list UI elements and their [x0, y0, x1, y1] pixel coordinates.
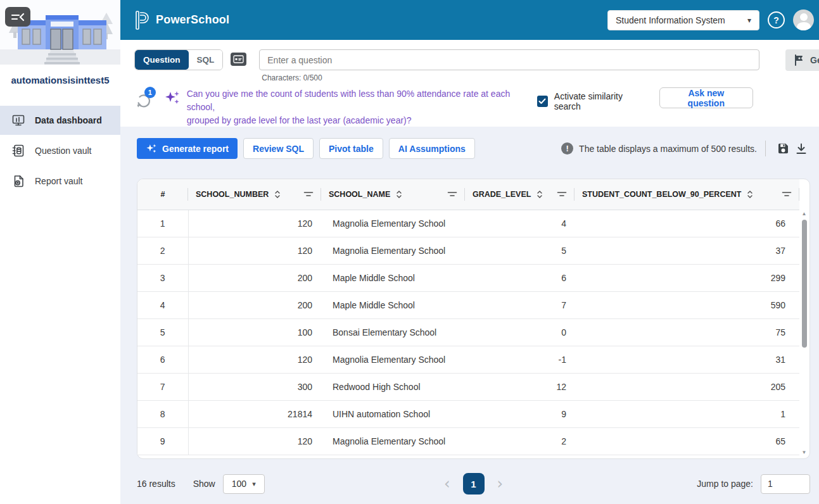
workspace-name: automationsisinttest5 [0, 75, 120, 85]
product-selector-value: Student Information System [616, 15, 747, 25]
table-row[interactable]: 3200Maple Middle School6299 [137, 264, 799, 291]
tab-sql[interactable]: SQL [189, 50, 223, 70]
table-row[interactable]: 2120Magnolia Elementary School537 [137, 237, 799, 264]
sort-icon[interactable] [274, 189, 281, 199]
column-header-school-name[interactable]: SCHOOL_NAME [321, 179, 465, 210]
question-input[interactable] [259, 49, 759, 70]
info-icon: ! [561, 142, 573, 154]
page-size-dropdown[interactable]: 100 ▾ [223, 474, 265, 494]
row-index-cell: 9 [137, 427, 188, 455]
generate-button[interactable]: Generate [785, 49, 819, 71]
table-row[interactable]: 1120Magnolia Elementary School466 [137, 210, 799, 237]
history-count-badge: 1 [144, 87, 156, 98]
school-name-cell: Magnolia Elementary School [321, 237, 465, 264]
ask-new-question-button[interactable]: Ask new question [659, 87, 753, 108]
example-questions-button[interactable] [231, 53, 246, 66]
similarity-search-checkbox[interactable] [537, 96, 548, 107]
filter-icon[interactable] [303, 191, 314, 198]
table-row[interactable]: 7300Redwood High School12205 [137, 373, 799, 400]
sidebar-item-data-dashboard[interactable]: Data dashboard [0, 106, 120, 135]
sidebar-item-label: Data dashboard [35, 115, 102, 125]
user-avatar[interactable] [793, 9, 814, 30]
table-row[interactable]: 6120Magnolia Elementary School-131 [137, 346, 799, 373]
school-number-cell: 300 [188, 373, 321, 400]
app-window: automationsisinttest5 Data dashboard [0, 0, 819, 504]
current-page-button[interactable]: 1 [463, 473, 485, 495]
school-number-cell: 120 [188, 237, 321, 264]
tab-question[interactable]: Question [135, 50, 189, 70]
results-section: Generate report Review SQL Pivot table A… [120, 127, 819, 504]
school-name-cell: Bonsai Elementary School [321, 318, 465, 346]
help-button[interactable]: ? [768, 11, 785, 28]
column-header-student-count[interactable]: STUDENT_COUNT_BELOW_90_PERCENT [575, 179, 799, 210]
school-name-cell: Magnolia Elementary School [321, 210, 465, 237]
row-index-cell: 7 [137, 373, 188, 400]
school-name-cell: Magnolia Elementary School [321, 427, 465, 455]
filter-icon[interactable] [447, 191, 457, 198]
question-section: Question SQL Characters: [120, 40, 819, 127]
sidebar-item-report-vault[interactable]: Report vault [0, 167, 120, 196]
row-index-cell: 8 [137, 400, 188, 427]
scroll-down-icon[interactable]: ▼ [800, 449, 808, 457]
sort-icon[interactable] [536, 189, 543, 199]
save-icon [777, 142, 790, 155]
jump-to-page-input[interactable] [761, 474, 810, 494]
grade-level-cell: 12 [465, 373, 575, 400]
results-count: 16 results [137, 479, 175, 489]
grade-level-cell: 9 [465, 400, 575, 427]
brand-logo: PowerSchool [133, 10, 229, 30]
sparkle-icon [146, 143, 157, 154]
filter-icon[interactable] [782, 191, 792, 198]
school-name-cell: Maple Middle School [321, 291, 465, 318]
table-row[interactable]: 9120Magnolia Elementary School265 [137, 427, 799, 455]
sidebar-item-question-vault[interactable]: Question vault [0, 136, 120, 165]
grade-level-cell: 2 [465, 427, 575, 455]
grade-level-cell: 5 [465, 237, 575, 264]
row-index-cell: 1 [137, 210, 188, 237]
school-name-cell: UIHN automation School [321, 400, 465, 427]
ai-assumptions-button[interactable]: AI Assumptions [389, 138, 475, 159]
question-history-button[interactable]: 1 [134, 89, 155, 110]
sidebar-collapse-button[interactable] [5, 7, 30, 27]
column-header-school-number[interactable]: SCHOOL_NUMBER [188, 179, 321, 210]
ai-sparkle-icon [164, 90, 181, 106]
table-row[interactable]: 821814UIHN automation School91 [137, 400, 799, 427]
review-sql-button[interactable]: Review SQL [243, 138, 314, 159]
help-icon: ? [773, 15, 779, 25]
table-row[interactable]: 5100Bonsai Elementary School075 [137, 318, 799, 346]
row-index-cell: 3 [137, 264, 188, 291]
sidebar-nav: Data dashboard Question vault [0, 106, 120, 196]
sidebar-item-label: Question vault [35, 146, 92, 156]
sidebar-item-label: Report vault [35, 176, 82, 186]
download-icon [795, 142, 808, 155]
table-scrollbar[interactable]: ▲ ▼ [800, 210, 808, 457]
save-report-button[interactable] [774, 139, 792, 158]
school-name-cell: Magnolia Elementary School [321, 346, 465, 373]
filter-icon[interactable] [557, 191, 567, 198]
avatar-person-icon [800, 13, 808, 21]
product-selector-dropdown[interactable]: Student Information System ▾ [607, 10, 759, 30]
grade-level-cell: 7 [465, 291, 575, 318]
pivot-table-button[interactable]: Pivot table [319, 138, 383, 159]
main-column: PowerSchool Student Information System ▾… [120, 0, 819, 504]
next-page-button[interactable]: › [495, 476, 506, 491]
column-header-grade-level[interactable]: GRADE_LEVEL [465, 179, 575, 210]
table-row[interactable]: 4200Maple Middle School7590 [137, 291, 799, 318]
sort-icon[interactable] [396, 189, 402, 199]
previous-page-button[interactable]: ‹ [441, 476, 453, 491]
download-button[interactable] [792, 140, 810, 158]
school-number-cell: 120 [188, 346, 321, 373]
scrollbar-thumb[interactable] [802, 220, 807, 348]
student-count-cell: 299 [575, 264, 799, 291]
brand-name: PowerSchool [156, 13, 229, 27]
caret-down-icon: ▾ [747, 16, 751, 25]
column-header-index[interactable]: # [137, 179, 188, 210]
student-count-cell: 37 [575, 237, 799, 264]
sort-icon[interactable] [747, 189, 753, 199]
school-number-cell: 200 [188, 264, 321, 291]
row-index-cell: 5 [137, 318, 188, 346]
scroll-up-icon[interactable]: ▲ [800, 210, 808, 218]
generate-report-button[interactable]: Generate report [137, 138, 238, 159]
asked-question-text: Can you give me the count of students wi… [187, 87, 537, 127]
sidebar: automationsisinttest5 Data dashboard [0, 0, 120, 504]
